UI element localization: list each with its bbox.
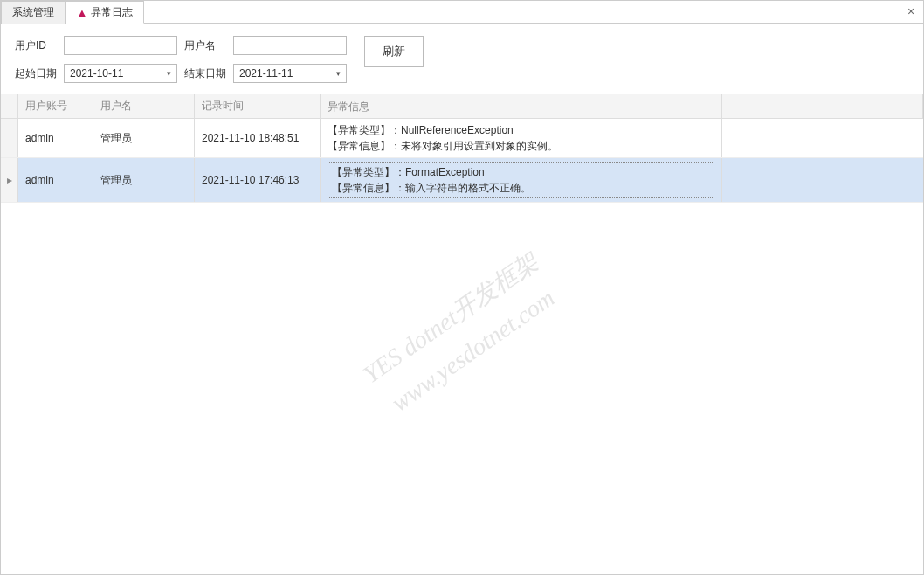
table-row[interactable]: ▸ admin 管理员 2021-11-10 17:46:13 【异常类型】：F… xyxy=(1,158,923,203)
user-id-label: 用户ID xyxy=(15,38,57,53)
filter-panel: 用户ID 用户名 起始日期 2021-10-11 ▾ 结束日期 2021-11-… xyxy=(1,24,923,94)
end-date-label: 结束日期 xyxy=(184,66,226,81)
cell-info-focus-box: 【异常类型】：FormatException 【异常信息】：输入字符串的格式不正… xyxy=(328,162,714,198)
chevron-down-icon: ▾ xyxy=(167,69,171,78)
cell-username: 管理员 xyxy=(93,158,195,202)
chevron-down-icon: ▾ xyxy=(336,69,341,78)
tab-label: 异常日志 xyxy=(91,5,133,20)
main-window: 系统管理 ▲ 异常日志 × 用户ID 用户名 起始日期 2021-10-11 ▾… xyxy=(0,0,924,575)
cell-time: 2021-11-10 18:48:51 xyxy=(195,119,321,157)
cell-account: admin xyxy=(18,158,93,202)
grid-header: 用户账号 用户名 记录时间 异常信息 xyxy=(1,94,923,119)
cell-info: 【异常类型】：FormatException 【异常信息】：输入字符串的格式不正… xyxy=(321,158,722,202)
tab-label: 系统管理 xyxy=(12,5,54,20)
cell-info-text: 【异常类型】：FormatException 【异常信息】：输入字符串的格式不正… xyxy=(332,164,710,196)
user-id-input[interactable] xyxy=(64,36,177,55)
col-username-header[interactable]: 用户名 xyxy=(93,94,195,118)
cell-extra xyxy=(722,119,923,157)
row-indicator xyxy=(1,119,18,157)
refresh-label: 刷新 xyxy=(383,44,405,59)
table-row[interactable]: admin 管理员 2021-11-10 18:48:51 【异常类型】：Nul… xyxy=(1,119,923,158)
close-icon: × xyxy=(907,4,914,18)
col-indicator-header xyxy=(1,94,18,118)
cell-account: admin xyxy=(18,119,93,157)
tab-bar: 系统管理 ▲ 异常日志 × xyxy=(1,1,923,24)
cell-info-text: 【异常类型】：NullReferenceException 【异常信息】：未将对… xyxy=(328,122,558,154)
tab-system-management[interactable]: 系统管理 xyxy=(1,1,66,24)
start-date-value: 2021-10-11 xyxy=(70,67,167,80)
col-info-header[interactable]: 异常信息 xyxy=(321,94,722,118)
filter-grid: 用户ID 用户名 起始日期 2021-10-11 ▾ 结束日期 2021-11-… xyxy=(15,36,347,83)
cell-info: 【异常类型】：NullReferenceException 【异常信息】：未将对… xyxy=(321,119,722,157)
cell-time: 2021-11-10 17:46:13 xyxy=(195,158,321,202)
warning-icon: ▲ xyxy=(77,7,87,17)
user-name-input[interactable] xyxy=(233,36,347,55)
start-date-picker[interactable]: 2021-10-11 ▾ xyxy=(64,64,177,83)
cell-extra xyxy=(722,158,923,202)
cell-username: 管理员 xyxy=(93,119,195,157)
row-indicator: ▸ xyxy=(1,158,18,202)
col-account-header[interactable]: 用户账号 xyxy=(18,94,93,118)
close-button[interactable]: × xyxy=(904,4,918,18)
tab-error-log[interactable]: ▲ 异常日志 xyxy=(66,1,144,24)
col-extra-header xyxy=(722,94,923,118)
end-date-value: 2021-11-11 xyxy=(239,67,336,80)
user-name-label: 用户名 xyxy=(184,38,226,53)
refresh-button[interactable]: 刷新 xyxy=(364,36,424,67)
watermark: YES dotnet开发框架 www.yesdotnet.com xyxy=(355,243,569,426)
start-date-label: 起始日期 xyxy=(15,66,57,81)
data-grid[interactable]: 用户账号 用户名 记录时间 异常信息 admin 管理员 2021-11-10 … xyxy=(1,94,923,574)
col-time-header[interactable]: 记录时间 xyxy=(195,94,321,118)
end-date-picker[interactable]: 2021-11-11 ▾ xyxy=(233,64,347,83)
